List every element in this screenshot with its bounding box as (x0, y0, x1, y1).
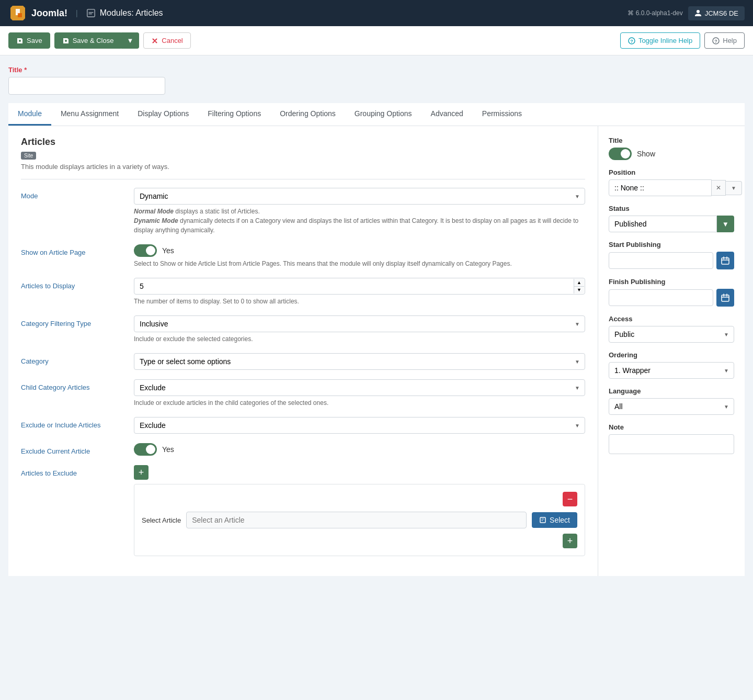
content-area: Articles Site This module displays artic… (8, 126, 745, 576)
add-article-to-exclude-button[interactable]: + (134, 465, 149, 480)
exclude-include-articles-select[interactable]: Exclude Include (134, 417, 585, 434)
category-filtering-type-hint: Include or exclude the selected categori… (134, 334, 585, 344)
remove-article-button[interactable]: − (563, 492, 577, 506)
sidebar-title-field: Title Show (609, 137, 734, 160)
sidebar-status-select[interactable]: Published Unpublished Trashed (609, 216, 717, 232)
sidebar-ordering-select[interactable]: 1. Wrapper (609, 362, 734, 379)
sidebar-status-label: Status (609, 205, 734, 212)
module-header: Articles Site This module displays artic… (21, 137, 585, 171)
show-article-page-value: Yes (162, 246, 174, 255)
tabs-list: Module Menu Assignment Display Options F… (8, 103, 745, 126)
svg-rect-8 (722, 258, 729, 264)
svg-rect-7 (540, 517, 545, 523)
sidebar-language-select[interactable]: All (609, 398, 734, 415)
category-control: Type or select some options (134, 353, 585, 370)
tab-module[interactable]: Module (8, 103, 51, 126)
sidebar-language-label: Language (609, 387, 734, 395)
sidebar-status-field: Status Published Unpublished Trashed ▼ (609, 205, 734, 232)
tab-filtering-options[interactable]: Filtering Options (198, 103, 270, 126)
tab-advanced[interactable]: Advanced (421, 103, 473, 126)
title-input[interactable] (8, 77, 165, 95)
sidebar-position-clear-button[interactable]: ✕ (712, 180, 726, 196)
articles-to-display-input[interactable] (134, 278, 585, 295)
sidebar-language-select-wrapper: All (609, 398, 734, 415)
spinner-up[interactable]: ▲ (574, 279, 584, 287)
show-article-page-row: Show on Article Page Yes Select to Show … (21, 244, 585, 268)
exclude-current-article-toggle-wrap: Yes (134, 443, 585, 456)
mode-label: Mode (21, 188, 126, 200)
sidebar-position-dropdown-button[interactable]: ▼ (726, 181, 742, 195)
site-badge: Site (21, 152, 36, 160)
save-button[interactable]: Save (8, 32, 50, 49)
top-navigation: Joomla! | Modules: Articles ⌘ 6.0.0-alph… (0, 0, 753, 26)
sidebar-start-publishing-field: Start Publishing (609, 241, 734, 269)
exclude-current-article-control: Yes (134, 443, 585, 456)
sidebar-status-dropdown-button[interactable]: ▼ (717, 216, 734, 232)
page-title-nav: Modules: Articles (86, 8, 163, 18)
sidebar-access-select-wrapper: Public Registered Special (609, 326, 734, 343)
spinner-down[interactable]: ▼ (574, 287, 584, 294)
nav-left: Joomla! | Modules: Articles (8, 4, 163, 22)
sidebar-note-input[interactable] (609, 434, 734, 454)
article-exclude-card: − Select Article Select + (134, 484, 585, 556)
articles-to-exclude-label: Articles to Exclude (21, 465, 126, 477)
sidebar-title-toggle-row: Show (609, 148, 734, 160)
nav-right: ⌘ 6.0.0-alpha1-dev JCMS6 DE (628, 6, 745, 20)
user-menu-button[interactable]: JCMS6 DE (688, 6, 745, 20)
exclude-current-article-value: Yes (162, 445, 174, 454)
sidebar-start-publishing-input[interactable] (609, 252, 713, 269)
child-category-articles-select[interactable]: Exclude Include (134, 379, 585, 396)
sidebar-ordering-select-wrapper: 1. Wrapper (609, 362, 734, 379)
child-category-articles-hint: Include or exclude articles in the child… (134, 398, 585, 408)
category-row: Category Type or select some options (21, 353, 585, 370)
exclude-include-articles-control: Exclude Include (134, 417, 585, 434)
joomla-logo: Joomla! (8, 4, 67, 22)
hint-normal-bold: Normal Mode (134, 208, 174, 215)
sidebar-start-publishing-row (609, 252, 734, 269)
tab-menu-assignment[interactable]: Menu Assignment (51, 103, 128, 126)
svg-rect-1 (88, 12, 93, 13)
toggle-inline-help-button[interactable]: ? Toggle Inline Help (620, 32, 700, 49)
side-panel: Title Show Position ✕ ▼ Status (598, 126, 745, 576)
module-title: Articles (21, 137, 585, 148)
articles-to-display-control: ▲ ▼ The number of items to display. Set … (134, 278, 585, 306)
svg-rect-0 (87, 9, 94, 17)
add-article-card-button[interactable]: + (563, 534, 577, 548)
svg-rect-2 (88, 14, 92, 14)
mode-control: Dynamic Normal Normal Mode displays a st… (134, 188, 585, 235)
sidebar-title-show: Show (637, 150, 655, 158)
number-spinners: ▲ ▼ (574, 279, 584, 293)
tab-display-options[interactable]: Display Options (128, 103, 198, 126)
cancel-button[interactable]: Cancel (143, 32, 190, 49)
hint-dynamic-bold: Dynamic Mode (134, 217, 178, 224)
sidebar-start-publishing-calendar-button[interactable] (716, 252, 734, 269)
sidebar-finish-publishing-calendar-button[interactable] (716, 289, 734, 307)
brand-name: Joomla! (31, 8, 67, 19)
help-button[interactable]: ? Help (704, 32, 745, 49)
category-select-wrapper: Type or select some options (134, 353, 585, 370)
exclude-current-article-toggle[interactable] (134, 443, 157, 456)
child-category-articles-row: Child Category Articles Exclude Include … (21, 379, 585, 408)
articles-to-display-input-wrap: ▲ ▼ (134, 278, 585, 295)
sidebar-access-select[interactable]: Public Registered Special (609, 326, 734, 343)
title-section: Title * (8, 66, 745, 95)
tab-grouping-options[interactable]: Grouping Options (345, 103, 421, 126)
select-article-input[interactable] (186, 512, 527, 528)
show-article-page-toggle-wrap: Yes (134, 244, 585, 257)
sidebar-position-input[interactable] (609, 179, 712, 196)
mode-row: Mode Dynamic Normal Normal Mode displays… (21, 188, 585, 235)
sidebar-title-toggle[interactable] (609, 148, 632, 160)
show-article-page-toggle[interactable] (134, 244, 157, 257)
mode-select[interactable]: Dynamic Normal (134, 188, 585, 205)
tab-permissions[interactable]: Permissions (473, 103, 531, 126)
tab-ordering-options[interactable]: Ordering Options (270, 103, 345, 126)
child-category-articles-label: Child Category Articles (21, 379, 126, 391)
category-select[interactable]: Type or select some options (134, 353, 585, 370)
sidebar-note-field: Note (609, 423, 734, 454)
save-close-button[interactable]: Save & Close (54, 32, 122, 49)
sidebar-finish-publishing-input[interactable] (609, 289, 713, 306)
category-filtering-type-select[interactable]: Inclusive Exclusive (134, 315, 585, 332)
select-article-button[interactable]: Select (532, 512, 577, 528)
article-card-header: − (142, 492, 577, 506)
save-close-dropdown-button[interactable]: ▼ (121, 32, 139, 49)
